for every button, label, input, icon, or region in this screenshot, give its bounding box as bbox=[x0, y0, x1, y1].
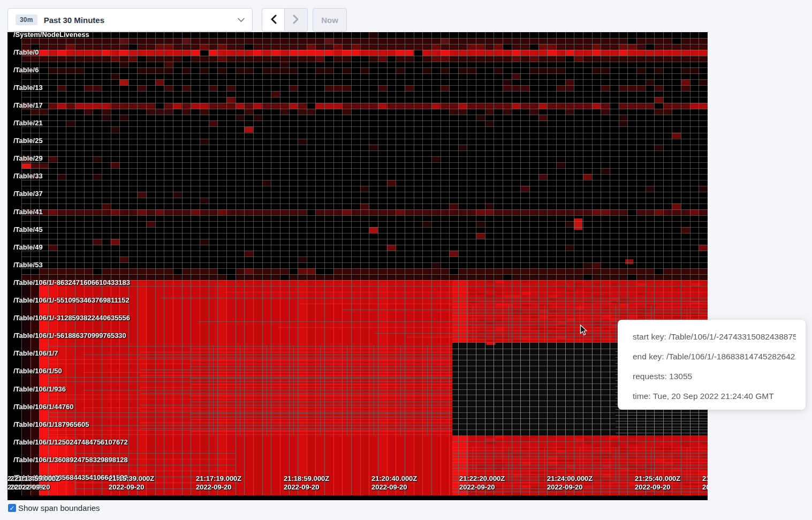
footer: ✓ Show span boundaries bbox=[8, 503, 100, 513]
x-axis-tick: 21:17:19.000Z2022-09-20 bbox=[196, 474, 241, 492]
row-label: /Table/106/1/44760 bbox=[13, 403, 74, 411]
row-label: /Table/106/1/-5510953463769811152 bbox=[13, 297, 130, 304]
x-axis-tick: 21:27:20.000Z2022-09-20 bbox=[702, 474, 708, 492]
row-label: /Table/106/1/-3128593822440635556 bbox=[13, 314, 130, 322]
tooltip-end-key: end key: /Table/106/1/-18683814745282642… bbox=[633, 346, 796, 366]
row-label: /Table/21 bbox=[13, 119, 43, 127]
row-label: /Table/53 bbox=[13, 261, 43, 269]
tooltip-requests: requests: 13055 bbox=[633, 366, 796, 386]
row-label: /Table/33 bbox=[13, 172, 43, 180]
x-axis-tick: 21:18:59.000Z2022-09-20 bbox=[284, 474, 329, 492]
row-label: /Table/45 bbox=[13, 226, 43, 233]
row-label: /Table/106/1/7 bbox=[13, 350, 58, 357]
x-axis-tick: 21:20:40.000Z2022-09-20 bbox=[371, 474, 417, 492]
row-label: /Table/13 bbox=[13, 84, 43, 92]
row-label: /Table/29 bbox=[13, 155, 43, 162]
row-label: /Table/106/1/936 bbox=[13, 386, 66, 393]
tooltip-time: time: Tue, 20 Sep 2022 21:24:40 GMT bbox=[633, 386, 796, 406]
key-visualizer: /System/NodeLiveness/Table/0/Table/6/Tab… bbox=[0, 0, 708, 501]
row-label: /Table/25 bbox=[13, 137, 43, 145]
mouse-cursor-icon bbox=[580, 325, 588, 338]
row-label: /Table/37 bbox=[13, 190, 43, 198]
tooltip-start-key: start key: /Table/106/1/-247433150824388… bbox=[633, 327, 796, 346]
row-label: /System/NodeLiveness bbox=[13, 31, 89, 39]
x-axis-tick: 21:25:40.000Z2022-09-20 bbox=[635, 474, 680, 492]
page: 30m Past 30 Minutes Now /System/NodeLive… bbox=[0, 0, 812, 520]
hover-tooltip: start key: /Table/106/1/-247433150824388… bbox=[618, 320, 806, 410]
row-label: /Table/106/1/50 bbox=[13, 367, 62, 375]
span-boundaries-checkbox[interactable]: ✓ bbox=[8, 504, 16, 512]
span-boundaries-label: Show span boundaries bbox=[18, 503, 100, 513]
row-label: /Table/6 bbox=[13, 66, 39, 74]
check-icon: ✓ bbox=[9, 505, 14, 511]
x-axis-tick: 21:15:39.000Z2022-09-20 bbox=[109, 474, 154, 492]
x-axis-tick: 21:24:00.000Z2022-09-20 bbox=[547, 474, 593, 492]
row-label: /Table/17 bbox=[13, 102, 43, 109]
row-label: /Table/41 bbox=[13, 208, 43, 216]
row-label: /Table/106/1/187965605 bbox=[13, 421, 89, 428]
heatmap-canvas[interactable] bbox=[7, 32, 708, 500]
x-axis-tick: 21:13:59.000Z2022-09-20 bbox=[14, 474, 60, 492]
row-label: /Table/106/1/-8632471606610433183 bbox=[13, 279, 130, 287]
x-axis-tick: 21:22:20.000Z2022-09-20 bbox=[459, 474, 505, 492]
row-label: /Table/49 bbox=[13, 244, 43, 251]
row-label: /Table/106/1/1250247484756107672 bbox=[13, 439, 128, 446]
row-label: /Table/106/1/3608924758329898128 bbox=[13, 456, 128, 464]
row-label: /Table/0 bbox=[13, 49, 39, 56]
row-label: /Table/106/1/-561886370999765330 bbox=[13, 332, 126, 340]
